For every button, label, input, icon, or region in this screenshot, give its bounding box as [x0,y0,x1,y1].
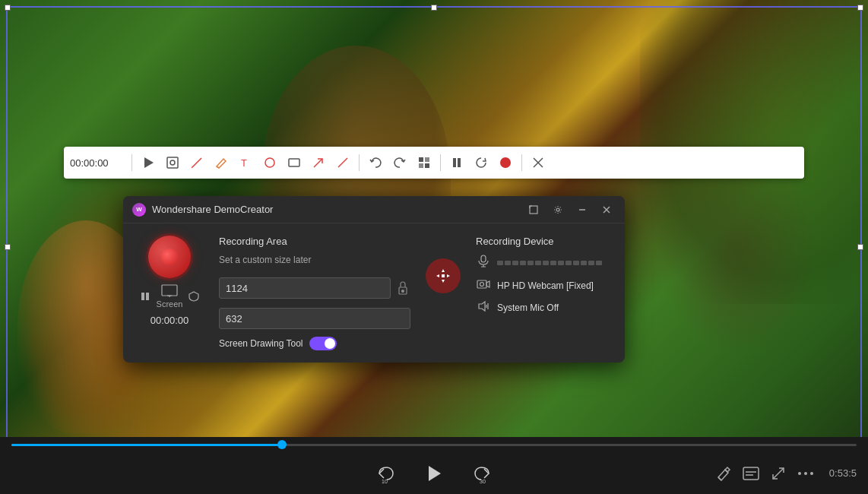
svg-point-39 [480,283,484,287]
toggle-thumb [325,338,335,349]
recording-status-panel: Screen 00:00:00 [135,236,204,350]
progress-track[interactable] [11,444,857,446]
reset-button[interactable] [470,151,493,174]
speaker-icon [476,300,491,315]
lock-button[interactable] [395,273,410,303]
svg-line-49 [773,468,784,479]
height-row [219,308,410,329]
divider-4 [521,154,522,171]
edit-button[interactable] [716,466,731,481]
democreator-window: W Wondershare DemoCreator [123,196,625,363]
window-content: Screen 00:00:00 Recording Area Set a cus… [123,223,625,363]
pause-button[interactable] [445,151,468,174]
toolbar-close-button[interactable] [527,151,550,174]
progress-thumb[interactable] [277,440,287,449]
play-button[interactable] [137,151,160,174]
svg-marker-38 [486,281,489,287]
window-close-button[interactable] [597,201,616,219]
mic-row [476,255,613,271]
line-button[interactable] [331,151,354,174]
window-minimize-button[interactable] [573,201,591,219]
caption-button[interactable] [743,467,759,480]
svg-point-51 [804,472,807,475]
more-options-button[interactable] [797,471,814,476]
svg-marker-29 [442,269,445,272]
progress-area [0,437,868,452]
svg-point-14 [500,157,511,168]
mic-seg-8 [550,261,556,265]
rectangle-button[interactable] [283,151,306,174]
screen-label: Screen [157,299,183,309]
mic-seg-3 [512,261,518,265]
webcam-icon [476,279,491,293]
redo-button[interactable] [388,151,411,174]
mic-seg-1 [497,261,503,265]
svg-point-2 [170,160,175,165]
forward-30-button[interactable]: 30 [470,460,498,487]
record-stop-button[interactable] [494,151,517,174]
svg-rect-10 [419,163,423,168]
recording-area-panel: Recording Area Set a custom size later [219,236,410,350]
mic-seg-7 [543,261,549,265]
width-row [219,273,410,303]
recording-timer: 00:00:00 [150,315,189,326]
svg-point-18 [556,208,559,211]
mini-webcam-button[interactable] [188,291,199,302]
drawing-tool-toggle[interactable] [309,337,337,350]
svg-text:30: 30 [480,479,486,484]
mic-level-bar [497,261,602,265]
rewind-10-button[interactable]: 10 [370,460,398,487]
app-logo: W [132,203,146,217]
svg-point-50 [798,472,801,475]
mic-seg-12 [581,261,587,265]
circle-button[interactable] [258,151,281,174]
width-input[interactable] [219,277,391,299]
text-button[interactable]: T [234,151,257,174]
svg-rect-33 [442,274,445,277]
undo-button[interactable] [364,151,387,174]
playback-play-button[interactable] [420,460,448,487]
progress-fill [11,444,282,446]
svg-rect-37 [477,280,486,288]
window-settings-button[interactable] [549,201,567,219]
svg-marker-0 [144,157,154,168]
drawing-tool-label: Screen Drawing Tool [219,338,303,349]
svg-rect-5 [289,159,299,166]
window-expand-button[interactable] [524,201,543,219]
svg-point-52 [810,472,813,475]
svg-rect-46 [743,467,759,480]
mic-seg-2 [505,261,511,265]
svg-rect-8 [419,157,423,162]
brush-button[interactable] [185,151,208,174]
mic-seg-11 [573,261,579,265]
resize-button[interactable] [771,466,786,481]
arrow-button[interactable] [307,151,330,174]
mic-icon [476,255,491,271]
move-button[interactable] [426,258,461,293]
svg-rect-23 [146,293,149,300]
mic-seg-10 [565,261,572,265]
divider-2 [359,154,360,171]
divider-1 [131,154,132,171]
screenshot-button[interactable] [161,151,184,174]
svg-rect-12 [453,158,456,167]
mini-controls: Screen [140,284,200,309]
mosaic-button[interactable] [413,151,436,174]
svg-rect-22 [141,293,144,300]
record-inner-dot [161,249,178,265]
height-input[interactable] [219,308,410,329]
svg-text:T: T [241,157,247,169]
device-title: Recording Device [476,236,613,247]
drawing-toolbar: 00:00:00 T [64,147,804,179]
audio-name: System Mic Off [497,302,559,313]
svg-text:10: 10 [382,479,388,484]
svg-rect-1 [167,157,178,168]
screen-icon-container: Screen [157,284,183,309]
webcam-row: HP HD Webcam [Fixed] [476,279,613,293]
svg-line-6 [314,159,322,167]
window-title: Wondershare DemoCreator [152,204,518,215]
mini-pause-button[interactable] [140,291,150,302]
mic-seg-4 [520,261,526,265]
custom-size-label: Set a custom size later [219,255,410,265]
pencil-button[interactable] [210,151,233,174]
